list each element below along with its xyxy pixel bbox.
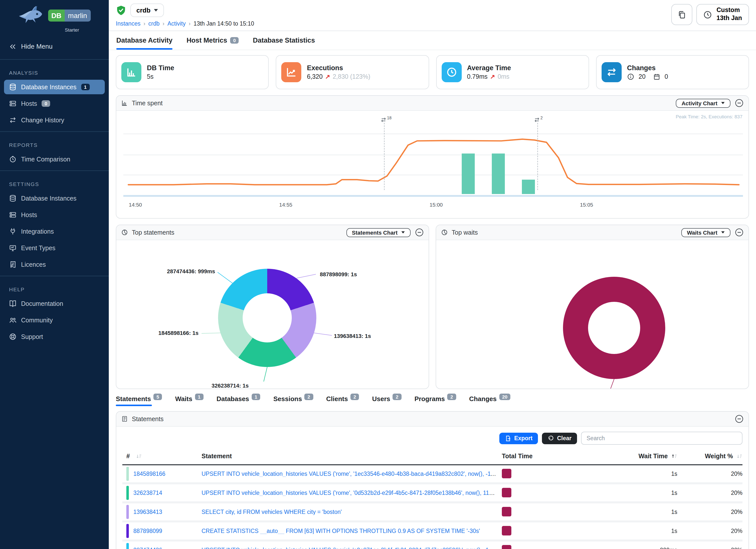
table-header: # Statement Total Time Wait Time <box>122 451 742 465</box>
people-icon <box>9 316 17 324</box>
table-toolbar: Export Clear <box>122 432 742 445</box>
waits-donut[interactable] <box>563 277 665 379</box>
count-badge: 20 <box>499 394 510 400</box>
statement-link[interactable]: CREATE STATISTICS __auto__ FROM [63] WIT… <box>202 528 480 534</box>
breadcrumb-instances[interactable]: Instances <box>116 21 140 27</box>
hide-menu-button[interactable]: Hide Menu <box>0 37 109 56</box>
change-marker[interactable]: 2 <box>537 123 538 190</box>
tab-databases[interactable]: Databases1 <box>217 395 260 406</box>
tab-clients[interactable]: Clients2 <box>326 395 359 406</box>
tab-waits[interactable]: Waits1 <box>175 395 204 406</box>
svg-text:15:05: 15:05 <box>580 202 593 208</box>
tab-users[interactable]: Users2 <box>372 395 402 406</box>
sidebar-item-database-instances[interactable]: Database Instances 1 <box>4 80 105 94</box>
collapse-panel-button[interactable] <box>415 228 424 237</box>
statement-color-bar <box>126 467 129 481</box>
topbar: crdb Instances › crdb › Activity › 13th … <box>109 0 756 31</box>
pie-chart-icon <box>441 229 448 236</box>
sidebar-item-settings-database-instances[interactable]: Database Instances <box>4 191 105 206</box>
column-weight[interactable]: Weight % <box>677 453 742 460</box>
info-change-count: 20 <box>639 73 646 80</box>
top-statements-chart[interactable]: 887898099: 1s 139638413: 1s 326238714: 1… <box>116 240 429 389</box>
licence-icon <box>9 261 17 268</box>
collapse-panel-button[interactable] <box>735 415 743 423</box>
tab-statements[interactable]: Statements5 <box>116 395 162 406</box>
copy-icon <box>678 10 687 19</box>
donut-label: 326238714: 1s <box>212 383 249 389</box>
copy-button[interactable] <box>672 4 693 25</box>
pie-chart-icon <box>121 229 128 236</box>
sidebar-item-licences[interactable]: Licences <box>4 257 105 272</box>
tab-changes[interactable]: Changes20 <box>469 395 510 406</box>
collapse-panel-button[interactable] <box>735 228 743 237</box>
kpi-value: 5s <box>147 73 153 80</box>
kpi-value: 0.79ms <box>467 73 488 80</box>
export-button[interactable]: Export <box>499 432 538 444</box>
statement-id-link[interactable]: 287474436 <box>133 547 162 549</box>
statements-panel: Statements Export <box>116 411 749 549</box>
swap-arrows-icon <box>534 117 540 123</box>
panel-title: Time spent <box>132 100 163 107</box>
sidebar-item-support[interactable]: Support <box>4 329 105 344</box>
statement-id-link[interactable]: 326238714 <box>133 490 162 496</box>
wait-time-value: 1s <box>562 471 677 477</box>
tab-sessions[interactable]: Sessions2 <box>273 395 313 406</box>
section-analysis: ANALYSIS <box>0 63 109 79</box>
collapse-panel-button[interactable] <box>735 99 743 107</box>
tab-host-metrics[interactable]: Host Metrics 0 <box>186 31 239 50</box>
table-row[interactable]: 326238714 UPSERT INTO vehicle_location_h… <box>122 484 742 503</box>
breadcrumb-activity[interactable]: Activity <box>167 21 186 27</box>
sidebar-item-documentation[interactable]: Documentation <box>4 296 105 311</box>
statement-link[interactable]: UPSERT INTO vehicle_location_histories V… <box>202 471 502 477</box>
statements-donut[interactable] <box>218 269 316 367</box>
statement-link[interactable]: UPSERT INTO vehicle_location_histories V… <box>202 547 502 549</box>
table-row[interactable]: 887898099 CREATE STATISTICS __auto__ FRO… <box>122 522 742 541</box>
sidebar-item-event-types[interactable]: Event Types <box>4 241 105 255</box>
brand-db: DB <box>48 10 64 22</box>
statement-link[interactable]: UPSERT INTO vehicle_location_histories V… <box>202 490 502 496</box>
sidebar-item-settings-hosts[interactable]: Hosts <box>4 208 105 222</box>
column-total-time[interactable]: Total Time <box>502 453 562 460</box>
statement-id-link[interactable]: 139638413 <box>133 509 162 515</box>
swap-arrows-icon <box>381 117 387 123</box>
statements-chart-selector[interactable]: Statements Chart <box>346 228 411 237</box>
column-wait-time[interactable]: Wait Time <box>562 453 677 460</box>
column-id[interactable]: # <box>122 453 202 460</box>
tab-database-statistics[interactable]: Database Statistics <box>253 31 315 50</box>
activity-chart-selector[interactable]: Activity Chart <box>676 99 730 108</box>
sidebar-item-change-history[interactable]: Change History <box>4 113 105 127</box>
statement-id-link[interactable]: 887898099 <box>133 528 162 534</box>
top-waits-chart[interactable]: executing: 5s <box>436 240 748 389</box>
clock-icon <box>441 62 461 82</box>
tab-database-activity[interactable]: Database Activity <box>116 31 172 50</box>
search-input[interactable] <box>581 432 742 445</box>
time-range-button[interactable]: Custom 13th Jan <box>697 4 749 25</box>
section-reports: REPORTS <box>0 135 109 151</box>
chevron-down-icon <box>721 102 725 104</box>
sidebar-item-integrations[interactable]: Integrations <box>4 224 105 239</box>
sidebar-item-community[interactable]: Community <box>4 313 105 327</box>
weight-value: 20% <box>677 490 742 496</box>
column-statement[interactable]: Statement <box>202 453 502 460</box>
sidebar-item-time-comparison[interactable]: Time Comparison <box>4 152 105 166</box>
waits-chart-selector[interactable]: Waits Chart <box>682 228 730 237</box>
donut-label: executing: 5s <box>588 389 623 389</box>
undo-icon <box>547 435 554 441</box>
time-spent-chart[interactable]: Peak Time: 2s, Executions: 837 14:5014:5… <box>116 111 748 218</box>
table-row[interactable]: 139638413 SELECT city, id FROM vehicles … <box>122 503 742 522</box>
clear-button[interactable]: Clear <box>542 432 577 444</box>
change-marker[interactable]: 18 <box>384 123 385 190</box>
table-row[interactable]: 287474436 UPSERT INTO vehicle_location_h… <box>122 541 742 549</box>
statement-id-link[interactable]: 1845898166 <box>133 471 165 477</box>
breadcrumb-crdb[interactable]: crdb <box>148 21 160 27</box>
instance-selector[interactable]: crdb <box>130 4 164 17</box>
table-row[interactable]: 1845898166 UPSERT INTO vehicle_location_… <box>122 465 742 484</box>
kpi-value: 6,320 <box>307 73 323 80</box>
server-icon <box>9 100 17 107</box>
statement-link[interactable]: SELECT city, id FROM vehicles WHERE city… <box>202 509 342 515</box>
tab-programs[interactable]: Programs2 <box>414 395 456 406</box>
kpi-row: DB Time 5s Executions 6,320 ↗ 2,830 (123… <box>116 55 749 89</box>
sidebar-item-hosts[interactable]: Hosts 0 <box>4 96 105 111</box>
count-badge: 2 <box>350 394 359 400</box>
book-icon <box>9 300 17 307</box>
